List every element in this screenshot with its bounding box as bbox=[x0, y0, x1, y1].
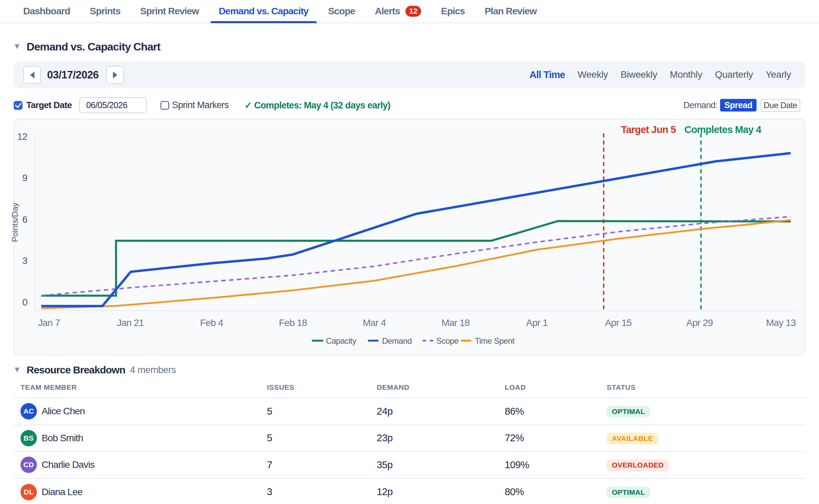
svg-text:Feb 4: Feb 4 bbox=[200, 317, 223, 328]
svg-text:May 13: May 13 bbox=[766, 317, 796, 328]
svg-text:Feb 18: Feb 18 bbox=[279, 317, 307, 328]
svg-text:Points/Day: Points/Day bbox=[10, 203, 19, 242]
svg-text:0: 0 bbox=[22, 297, 27, 308]
svg-text:6: 6 bbox=[22, 214, 27, 225]
svg-text:Jan 21: Jan 21 bbox=[117, 317, 144, 328]
svg-text:Time Spent: Time Spent bbox=[475, 336, 515, 345]
svg-text:Demand: Demand bbox=[382, 336, 412, 345]
svg-text:3: 3 bbox=[22, 255, 27, 266]
svg-text:Capacity: Capacity bbox=[326, 336, 356, 345]
svg-text:Target Jun 5: Target Jun 5 bbox=[621, 124, 676, 135]
svg-text:Apr 29: Apr 29 bbox=[686, 317, 713, 328]
svg-text:12: 12 bbox=[17, 131, 27, 142]
svg-text:Completes May 4: Completes May 4 bbox=[685, 124, 762, 135]
svg-text:Apr 1: Apr 1 bbox=[526, 317, 548, 328]
svg-text:Scope: Scope bbox=[436, 336, 459, 345]
svg-text:Mar 4: Mar 4 bbox=[363, 317, 386, 328]
svg-text:Jan 7: Jan 7 bbox=[38, 317, 60, 328]
svg-text:Mar 18: Mar 18 bbox=[442, 317, 470, 328]
svg-text:9: 9 bbox=[22, 173, 27, 183]
svg-text:Apr 15: Apr 15 bbox=[605, 317, 632, 328]
